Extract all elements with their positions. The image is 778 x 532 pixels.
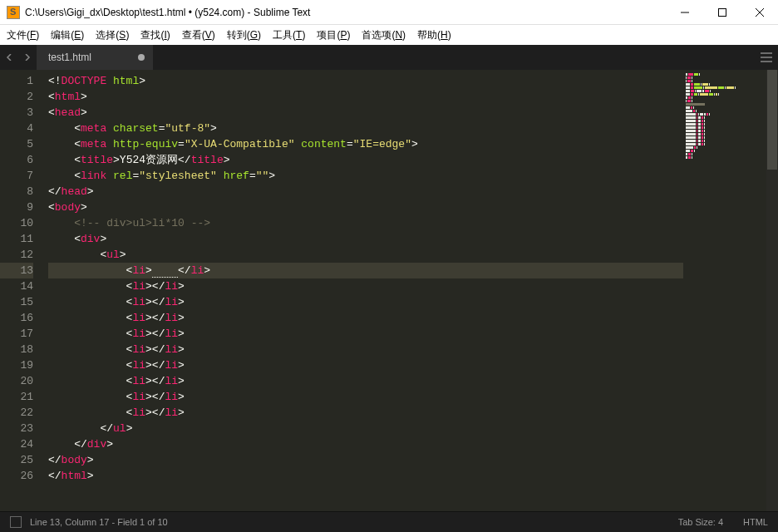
status-position[interactable]: Line 13, Column 17 - Field 1 of 10 [30,517,658,527]
menu-I[interactable]: 查找(I) [140,28,170,42]
line-number: 15 [0,294,33,310]
tab-test1[interactable]: test1.html [37,45,153,70]
line-number: 2 [0,89,33,105]
line-gutter: 1234567891011121314151617181920212223242… [0,70,42,511]
status-syntax[interactable]: HTML [743,517,768,527]
code-line[interactable]: </body> [48,452,683,468]
line-number: 16 [0,310,33,326]
hamburger-menu-icon[interactable] [755,45,778,70]
code-line[interactable]: </div> [48,436,683,452]
code-line[interactable]: <li></li> [48,357,683,373]
code-line[interactable]: <body> [48,200,683,215]
code-line[interactable]: <meta charset="utf-8"> [48,121,683,136]
scroll-thumb[interactable] [767,70,777,170]
line-number: 11 [0,231,33,247]
code-line[interactable]: <link rel="stylesheet" href=""> [48,168,683,184]
code-line[interactable]: <!DOCTYPE html> [48,73,683,89]
svg-rect-1 [718,8,726,16]
line-number: 21 [0,389,33,405]
maximize-button[interactable] [703,0,741,24]
line-number: 14 [0,278,33,294]
window-controls [666,0,778,24]
code-line[interactable]: <li></li> [48,342,683,357]
status-panel-icon[interactable] [10,516,22,528]
code-line[interactable]: <meta http-equiv="X-UA-Compatible" conte… [48,136,683,152]
menu-H[interactable]: 帮助(H) [417,28,451,42]
line-number: 7 [0,168,33,184]
line-number: 22 [0,405,33,421]
app-icon [7,6,20,19]
code-line[interactable]: <div> [48,231,683,247]
line-number: 19 [0,357,33,373]
menu-P[interactable]: 项目(P) [317,28,350,42]
code-line[interactable]: <!-- div>ul>li*10 --> [48,215,683,231]
menubar: 文件(F)编辑(E)选择(S)查找(I)查看(V)转到(G)工具(T)项目(P)… [0,25,778,45]
vertical-scrollbar[interactable] [766,70,778,511]
code-line[interactable]: </html> [48,468,683,484]
line-number: 23 [0,421,33,436]
tab-nav-right[interactable] [18,45,37,70]
line-number: 3 [0,105,33,121]
code-line[interactable]: <li> </li> [48,263,683,278]
line-number: 1 [0,73,33,89]
menu-E[interactable]: 编辑(E) [51,28,84,42]
line-number: 8 [0,184,33,200]
status-tabsize[interactable]: Tab Size: 4 [678,517,723,527]
menu-G[interactable]: 转到(G) [227,28,261,42]
line-number: 12 [0,247,33,263]
titlebar: C:\Users\Gigi_dx\Desktop\test1.html • (y… [0,0,778,25]
tab-dirty-indicator [138,54,145,61]
line-number: 10 [0,215,33,231]
code-line[interactable]: <li></li> [48,310,683,326]
menu-S[interactable]: 选择(S) [96,28,129,42]
line-number: 17 [0,326,33,342]
line-number: 26 [0,468,33,484]
tabstrip: test1.html [0,45,778,70]
menu-F[interactable]: 文件(F) [7,28,39,42]
code-line[interactable]: </ul> [48,421,683,436]
line-number: 9 [0,200,33,215]
line-number: 6 [0,152,33,168]
menu-T[interactable]: 工具(T) [273,28,305,42]
close-button[interactable] [741,0,778,24]
code-line[interactable]: <li></li> [48,389,683,405]
code-line[interactable]: <ul> [48,247,683,263]
menu-V[interactable]: 查看(V) [182,28,215,42]
line-number: 24 [0,436,33,452]
minimize-button[interactable] [666,0,703,24]
tab-label: test1.html [48,52,91,63]
line-number: 4 [0,121,33,136]
line-number: 20 [0,373,33,389]
menu-N[interactable]: 首选项(N) [362,28,406,42]
line-number: 13 [0,263,33,278]
code-line[interactable]: </head> [48,184,683,200]
code-line[interactable]: <li></li> [48,294,683,310]
code-line[interactable]: <head> [48,105,683,121]
line-number: 5 [0,136,33,152]
tab-nav-left[interactable] [0,45,18,70]
code-line[interactable]: <li></li> [48,405,683,421]
code-line[interactable]: <title>Y524资源网</title> [48,152,683,168]
editor-area[interactable]: 1234567891011121314151617181920212223242… [0,70,778,511]
code-line[interactable]: <li></li> [48,373,683,389]
code-area[interactable]: <!DOCTYPE html><html><head> <meta charse… [42,70,683,511]
statusbar: Line 13, Column 17 - Field 1 of 10 Tab S… [0,511,778,532]
minimap[interactable] [683,70,766,511]
code-line[interactable]: <html> [48,89,683,105]
line-number: 18 [0,342,33,357]
code-line[interactable]: <li></li> [48,278,683,294]
window-title: C:\Users\Gigi_dx\Desktop\test1.html • (y… [25,7,666,18]
line-number: 25 [0,452,33,468]
code-line[interactable]: <li></li> [48,326,683,342]
